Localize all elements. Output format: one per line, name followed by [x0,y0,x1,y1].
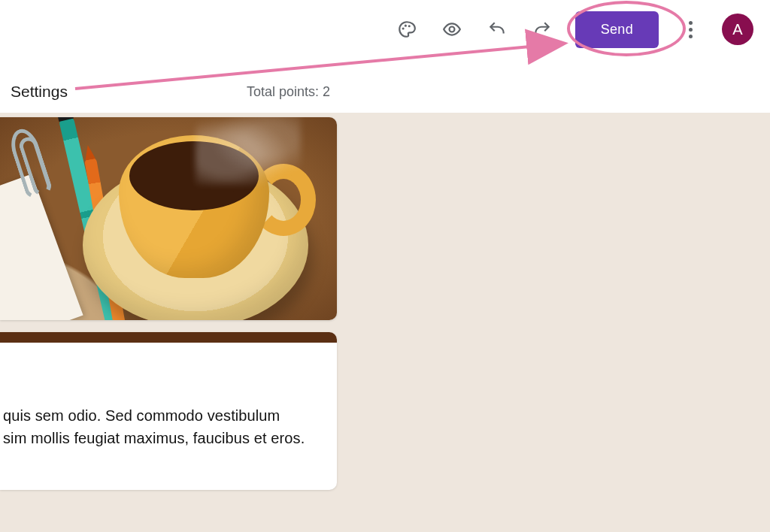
illustration-steam [196,117,301,185]
send-button[interactable]: Send [575,11,659,48]
redo-icon[interactable] [530,17,554,41]
avatar-initial: A [732,21,742,38]
card-description-text: quis sem odio. Sed commodo vestibulum si… [0,404,322,449]
sub-bar: Settings Total points: 2 [0,75,770,108]
form-header-image[interactable] [0,117,337,320]
svg-point-3 [449,27,454,32]
more-icon[interactable] [680,14,701,44]
tab-settings[interactable]: Settings [11,83,68,101]
svg-point-1 [405,25,407,27]
eye-icon[interactable] [440,17,464,41]
undo-icon[interactable] [485,17,509,41]
form-canvas: quis sem odio. Sed commodo vestibulum si… [0,113,770,532]
svg-point-0 [402,27,404,29]
card-accent-bar [0,332,337,343]
form-title-card[interactable]: quis sem odio. Sed commodo vestibulum si… [0,332,337,490]
palette-icon[interactable] [395,17,419,41]
avatar[interactable]: A [722,14,753,45]
top-toolbar: Send A [0,0,770,59]
svg-point-2 [408,25,410,27]
total-points-label: Total points: 2 [247,84,330,100]
